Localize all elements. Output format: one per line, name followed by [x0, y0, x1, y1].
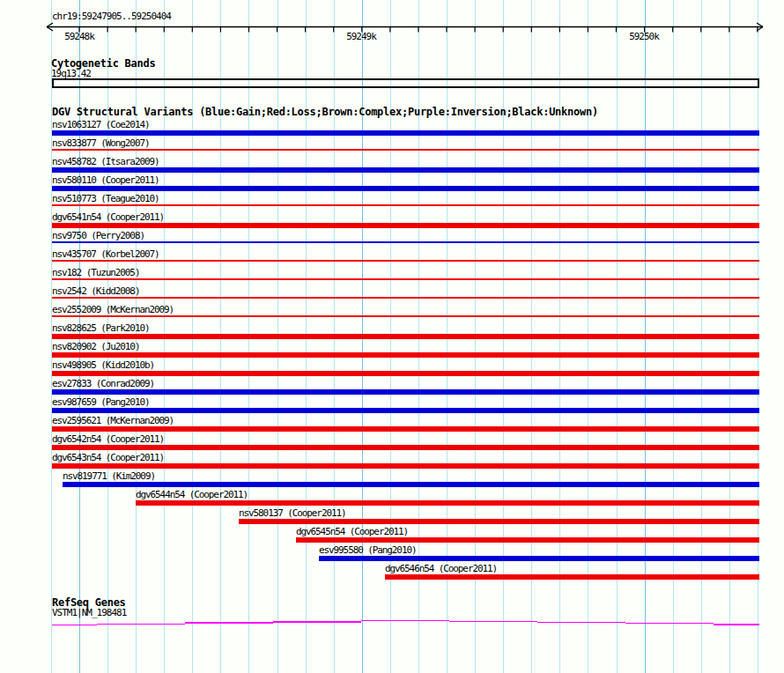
- track-bar[interactable]: [52, 426, 759, 431]
- track-label[interactable]: esv27833 (Conrad2009): [52, 379, 154, 389]
- track-label[interactable]: dgv6542n54 (Cooper2011): [52, 434, 164, 445]
- gene-line-segment: [185, 622, 273, 624]
- track-label[interactable]: nsv435707 (Korbel2007): [52, 249, 159, 260]
- track-bar[interactable]: [52, 445, 759, 449]
- dgv-track-header: DGV Structural Variants (Blue:Gain;Red:L…: [52, 107, 598, 118]
- gene-line-segment: [361, 620, 449, 622]
- track-label[interactable]: nsv498905 (Kidd2010b): [52, 360, 154, 371]
- track-bar[interactable]: [52, 223, 759, 227]
- track-label[interactable]: esv2552009 (McKernan2009): [52, 305, 174, 315]
- track-bar[interactable]: [52, 389, 759, 394]
- track-bar[interactable]: [52, 260, 759, 262]
- track-bar[interactable]: [52, 352, 759, 357]
- track-label[interactable]: nsv182 (Tuzun2005): [52, 268, 139, 278]
- track-bar[interactable]: [52, 334, 759, 338]
- track-bar[interactable]: [52, 371, 759, 375]
- track-bar[interactable]: [63, 482, 759, 486]
- cytoband-box[interactable]: [52, 78, 759, 88]
- gene-line-segment: [537, 622, 625, 624]
- track-label[interactable]: esv2595621 (McKernan2009): [52, 416, 174, 426]
- ruler-kb-label: 59249k: [346, 32, 376, 42]
- track-label[interactable]: dgv6544n54 (Cooper2011): [136, 490, 248, 500]
- track-label[interactable]: dgv6545n54 (Cooper2011): [296, 527, 408, 537]
- track-label[interactable]: esv995580 (Pang2010): [319, 545, 416, 556]
- track-label[interactable]: dgv6543n54 (Cooper2011): [52, 453, 164, 463]
- ruler-kb-label: 59248k: [64, 32, 94, 42]
- track-bar[interactable]: [52, 278, 759, 280]
- track-label[interactable]: esv987659 (Pang2010): [52, 397, 149, 408]
- track-bar[interactable]: [296, 537, 759, 542]
- track-label[interactable]: nsv2542 (Kidd2008): [52, 286, 139, 297]
- track-bar[interactable]: [239, 519, 759, 523]
- refseq-gene-name: VSTM1|NM_198481: [52, 608, 126, 618]
- track-label[interactable]: nsv458782 (Itsara2009): [52, 157, 159, 167]
- track-label[interactable]: nsv580137 (Cooper2011): [239, 508, 346, 519]
- gene-line-segment: [273, 621, 361, 623]
- track-label[interactable]: nsv819771 (Kim2009): [63, 471, 155, 482]
- track-label[interactable]: nsv833877 (Wong2007): [52, 138, 149, 149]
- track-label[interactable]: nsv1063127 (Coe2014): [52, 120, 149, 130]
- track-label[interactable]: nsv9750 (Perry2008): [52, 231, 144, 241]
- track-bar[interactable]: [319, 556, 759, 560]
- track-bar[interactable]: [52, 463, 759, 468]
- ruler-axis: [0, 0, 784, 44]
- track-bar[interactable]: [52, 130, 759, 135]
- track-label[interactable]: nsv510773 (Teague2010): [52, 194, 159, 204]
- track-label[interactable]: nsv820902 (Ju2010): [52, 342, 139, 352]
- track-bar[interactable]: [385, 574, 759, 579]
- track-bar[interactable]: [52, 241, 759, 243]
- track-bar[interactable]: [52, 167, 759, 172]
- gene-line-segment: [625, 623, 714, 625]
- gene-line-segment: [449, 621, 537, 623]
- track-bar[interactable]: [52, 297, 759, 299]
- gene-line-segment: [52, 625, 97, 626]
- track-bar[interactable]: [136, 500, 759, 505]
- genome-browser-canvas: chr19:59247905..59250404 59248k59249k592…: [0, 0, 784, 673]
- gene-line-segment: [714, 624, 759, 625]
- gene-line-segment: [97, 624, 185, 625]
- track-label[interactable]: dgv6541n54 (Cooper2011): [52, 212, 164, 223]
- track-label[interactable]: dgv6546n54 (Cooper2011): [385, 564, 497, 574]
- track-bar[interactable]: [52, 186, 759, 190]
- track-label[interactable]: nsv580110 (Cooper2011): [52, 175, 159, 186]
- track-bar[interactable]: [52, 315, 759, 317]
- track-bar[interactable]: [52, 204, 759, 206]
- track-bar[interactable]: [52, 149, 759, 151]
- track-label[interactable]: nsv828625 (Park2010): [52, 323, 149, 334]
- track-bar[interactable]: [52, 408, 759, 412]
- ruler-kb-label: 59250k: [629, 32, 659, 42]
